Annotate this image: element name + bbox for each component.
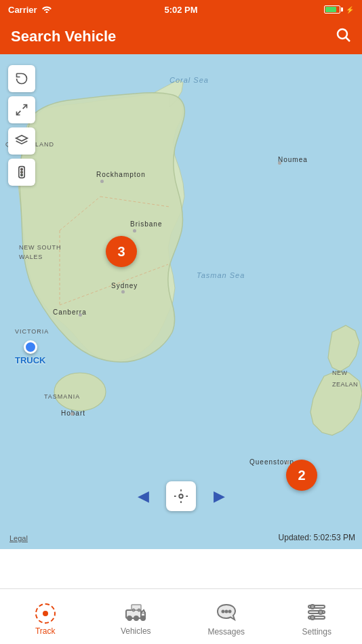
svg-point-0 <box>338 29 347 39</box>
svg-line-8 <box>23 105 27 109</box>
tab-messages-label: Messages <box>207 627 245 637</box>
svg-point-13 <box>21 172 23 174</box>
wifi-icon <box>41 5 52 15</box>
sydney-dot <box>121 290 125 294</box>
search-button[interactable] <box>335 26 351 47</box>
svg-marker-10 <box>16 136 28 141</box>
svg-point-7 <box>54 373 106 411</box>
hobart-dot <box>71 412 74 416</box>
svg-point-25 <box>132 609 135 611</box>
battery-fill <box>325 7 336 12</box>
map-view[interactable]: Coral Sea Tasman Sea QUEENSLAND NEW SOUT… <box>0 54 362 549</box>
svg-point-35 <box>310 616 315 620</box>
svg-line-9 <box>17 111 21 115</box>
map-controls <box>8 65 35 186</box>
battery-icon <box>324 5 340 14</box>
svg-point-14 <box>21 174 23 176</box>
noumea-dot <box>278 161 281 165</box>
canberra-dot <box>79 313 82 317</box>
legal-link[interactable]: Legal <box>9 534 28 542</box>
tab-track[interactable]: Track <box>0 598 91 636</box>
app-header: Search Vehicle <box>0 19 362 54</box>
svg-point-29 <box>228 610 230 612</box>
truck-label: TRUCK <box>15 355 46 365</box>
svg-point-21 <box>127 616 132 620</box>
traffic-control[interactable] <box>8 159 35 186</box>
nav-controls: ◀ ▶ <box>0 481 362 511</box>
refresh-control[interactable] <box>8 65 35 92</box>
messages-icon <box>216 603 237 624</box>
nav-right-button[interactable]: ▶ <box>207 484 231 508</box>
bolt-icon: ⚡ <box>346 6 354 14</box>
cluster-marker-3[interactable]: 3 <box>106 236 137 267</box>
tab-messages[interactable]: Messages <box>181 597 272 637</box>
track-icon <box>35 603 56 624</box>
vehicles-icon <box>125 603 146 624</box>
settings-icon <box>307 603 326 624</box>
svg-point-23 <box>141 616 145 620</box>
queenstown-dot <box>286 461 289 464</box>
tab-track-label: Track <box>35 626 56 636</box>
brisbane-dot <box>133 229 136 233</box>
tab-vehicles[interactable]: Vehicles <box>91 598 182 636</box>
rockhampton-dot <box>100 180 104 183</box>
tab-bar: Track Vehicles <box>0 588 362 644</box>
svg-point-28 <box>225 610 227 612</box>
truck-marker[interactable]: TRUCK <box>15 340 46 365</box>
status-time: 5:02 PM <box>164 5 197 15</box>
status-right: ⚡ <box>324 5 354 14</box>
tab-settings-label: Settings <box>302 627 331 637</box>
updated-timestamp: Updated: 5:02:53 PM <box>279 533 355 542</box>
page-title: Search Vehicle <box>11 28 116 45</box>
svg-point-26 <box>138 609 140 611</box>
status-bar: Carrier 5:02 PM ⚡ <box>0 0 362 19</box>
svg-point-22 <box>134 616 138 620</box>
svg-point-15 <box>179 494 183 498</box>
svg-point-33 <box>310 605 315 609</box>
truck-dot <box>24 340 37 354</box>
status-carrier: Carrier <box>8 5 52 15</box>
svg-point-27 <box>222 610 224 612</box>
layers-control[interactable] <box>8 127 35 155</box>
tab-settings[interactable]: Settings <box>272 597 363 637</box>
svg-point-12 <box>21 169 23 171</box>
nav-left-button[interactable]: ◀ <box>131 484 155 508</box>
svg-line-1 <box>346 38 350 42</box>
expand-control[interactable] <box>8 96 35 123</box>
svg-point-34 <box>319 610 323 614</box>
nav-center-button[interactable] <box>166 481 196 511</box>
tab-vehicles-label: Vehicles <box>121 626 151 636</box>
